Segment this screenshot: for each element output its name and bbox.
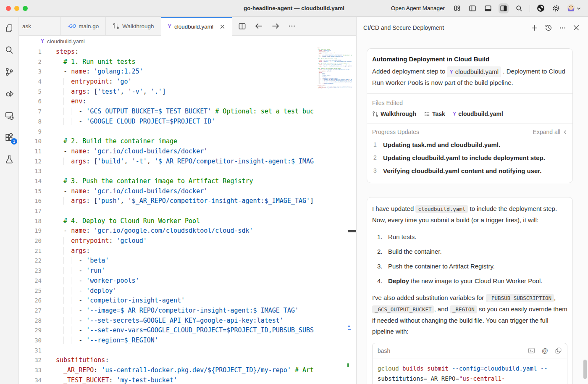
- run-in-terminal-icon[interactable]: [528, 347, 535, 354]
- window-controls: [0, 6, 28, 11]
- overview-mark: [348, 329, 351, 330]
- code-line: 27 - '--image=$_AR_REPO/competitor-insig…: [19, 306, 314, 316]
- close-window-button[interactable]: [6, 6, 11, 11]
- code-line: args: ['push', '$_AR_REPO/competitor-ins…: [316, 66, 352, 67]
- code-line: 18 # 4. Deploy to Cloud Run Worker Pool: [19, 216, 314, 226]
- yaml-file-icon: Y: [41, 38, 44, 44]
- remote-explorer-icon[interactable]: [4, 110, 15, 121]
- navigate-back-icon[interactable]: [255, 22, 263, 30]
- tab-bar: ask -GO main.go Walkthrough Y cloudbuild…: [19, 17, 356, 36]
- code-line: 21 args:: [19, 246, 314, 256]
- code-line: 14 # 3. Push the container image to Arti…: [19, 176, 314, 187]
- navigate-forward-icon[interactable]: [271, 22, 280, 30]
- message-ordered-list: 1.Run tests.2.Build the container.3.Push…: [375, 231, 567, 287]
- tab-cloudbuild-yaml[interactable]: Y cloudbuild.yaml: [161, 17, 232, 36]
- code-line: 2 # 1. Run unit tests: [19, 57, 314, 67]
- message-paragraph: I have updated cloudbuild.yaml to includ…: [372, 203, 567, 226]
- editor-actions: [238, 17, 296, 35]
- minimap[interactable]: steps: # 1. Run unit tests - name: 'gola…: [316, 47, 352, 101]
- avatar: [567, 4, 575, 13]
- code-language-label: bash: [378, 345, 390, 356]
- source-control-icon[interactable]: [4, 66, 15, 77]
- maximize-window-button[interactable]: [23, 6, 28, 11]
- close-tab-icon[interactable]: [220, 24, 225, 29]
- toggle-primary-sidebar-icon[interactable]: [467, 3, 478, 13]
- tab-main-go[interactable]: -GO main.go: [61, 17, 106, 35]
- breadcrumb-file: cloudbuild.yaml: [47, 38, 85, 45]
- chevron-left-icon: [563, 130, 567, 134]
- bash-code: gcloud builds submit --config=cloudbuild…: [373, 358, 567, 384]
- list-item: 1.Run tests.: [375, 231, 567, 242]
- chevron-down-icon: [576, 6, 581, 11]
- inline-code: cloudbuild.yaml: [415, 205, 468, 213]
- customize-layout-icon[interactable]: [452, 3, 462, 13]
- history-icon[interactable]: [545, 24, 552, 32]
- tab-task[interactable]: ask: [19, 17, 61, 35]
- toggle-secondary-sidebar-icon[interactable]: [499, 3, 509, 13]
- code-line: 1steps:: [19, 47, 314, 57]
- new-conversation-icon[interactable]: [531, 24, 538, 32]
- breadcrumb[interactable]: Y cloudbuild.yaml: [19, 36, 356, 47]
- inline-code: _GCS_OUTPUT_BUCKET: [372, 305, 434, 313]
- toggle-panel-icon[interactable]: [483, 3, 493, 13]
- extensions-badge: 1: [11, 138, 17, 145]
- code-line: 31: [19, 346, 314, 356]
- more-actions-icon[interactable]: [288, 22, 296, 30]
- code-line: 10 # 2. Build the container image: [19, 137, 314, 147]
- minimize-window-button[interactable]: [14, 6, 19, 11]
- progress-list: 1Updating task.md and cloudbuild.yaml.2U…: [372, 141, 567, 174]
- edited-file-cloudbuild-yaml[interactable]: Ycloudbuild.yaml: [453, 110, 503, 117]
- walkthrough-icon: [113, 23, 119, 29]
- titlebar-separator: [530, 5, 530, 12]
- overview-cursor-mark: [348, 230, 356, 232]
- code-line: _TEST_BUCKET: 'my-test-bucket': [316, 88, 352, 89]
- assistant-logo-icon[interactable]: [536, 3, 546, 13]
- panel-scrollbar-thumb[interactable]: [583, 360, 587, 379]
- code-line: 11 - name: 'gcr.io/cloud-builders/docker…: [19, 147, 314, 157]
- search-icon[interactable]: [514, 3, 524, 13]
- code-editor[interactable]: 1steps:2 # 1. Run unit tests3 - name: 'g…: [19, 47, 356, 384]
- mention-icon[interactable]: @: [542, 345, 548, 356]
- tab-label: main.go: [79, 23, 99, 29]
- tab-label: cloudbuild.yaml: [174, 24, 213, 30]
- inline-code: _PUBSUB_SUBSCRIPTION: [486, 294, 554, 302]
- list-item: 4.Deploy the new image to your Cloud Run…: [375, 276, 567, 287]
- extensions-icon[interactable]: 1: [4, 132, 15, 143]
- edited-file-walkthrough[interactable]: Walkthrough: [372, 110, 416, 117]
- artifact-card: Automating Deployment in Cloud Build Add…: [367, 48, 573, 183]
- copy-icon[interactable]: [555, 347, 562, 354]
- agent-panel: CI/CD and Secure Deployment: [356, 17, 588, 384]
- search-sidebar-icon[interactable]: [4, 45, 15, 55]
- panel-scroll-area[interactable]: Automating Deployment in Cloud Build Add…: [357, 39, 588, 384]
- tab-label: Walkthrough: [122, 23, 154, 29]
- list-item: 2.Build the container.: [375, 246, 567, 257]
- code-line: 8 - 'GOOGLE_CLOUD_PROJECT=$PROJECT_ID': [19, 117, 314, 127]
- panel-more-icon[interactable]: [559, 24, 566, 32]
- yaml-file-icon: Y: [168, 24, 171, 29]
- code-line: 5 args: ['test', '-v', '.']: [19, 87, 314, 97]
- overview-mark: [348, 326, 350, 327]
- bash-code-block: bash @ gcloud builds su: [372, 343, 567, 384]
- account-menu[interactable]: [567, 4, 581, 13]
- expand-all-button[interactable]: Expand all: [533, 129, 567, 135]
- edited-file-task[interactable]: Task: [424, 110, 445, 117]
- testing-icon[interactable]: [4, 154, 15, 165]
- code-line: 6 env:: [19, 97, 314, 107]
- file-chip[interactable]: Ycloudbuild.yaml: [447, 66, 501, 77]
- assistant-message-card: I have updated cloudbuild.yaml to includ…: [367, 197, 573, 384]
- split-editor-icon[interactable]: [238, 22, 246, 30]
- tab-walkthrough[interactable]: Walkthrough: [106, 17, 161, 35]
- code-line: 12 args: ['build', '-t', '$_AR_REPO/comp…: [19, 157, 314, 167]
- progress-item[interactable]: 3Verifying cloudbuild.yaml content and n…: [373, 167, 567, 174]
- close-panel-icon[interactable]: [573, 24, 580, 31]
- code-line: 16 args: ['push', '$_AR_REPO/competitor-…: [19, 196, 314, 206]
- artifact-summary: Added deployment step to Ycloudbuild.yam…: [372, 66, 567, 88]
- panel-header: CI/CD and Secure Deployment: [357, 17, 588, 39]
- run-debug-icon[interactable]: [4, 88, 15, 99]
- artifact-title: Automating Deployment in Cloud Build: [372, 55, 567, 63]
- explorer-icon[interactable]: [4, 23, 15, 34]
- open-agent-manager-button[interactable]: Open Agent Manager: [391, 5, 445, 11]
- progress-item[interactable]: 2Updating cloudbuild.yaml to include dep…: [373, 154, 567, 161]
- settings-gear-icon[interactable]: [551, 3, 561, 13]
- progress-item[interactable]: 1Updating task.md and cloudbuild.yaml.: [373, 141, 567, 148]
